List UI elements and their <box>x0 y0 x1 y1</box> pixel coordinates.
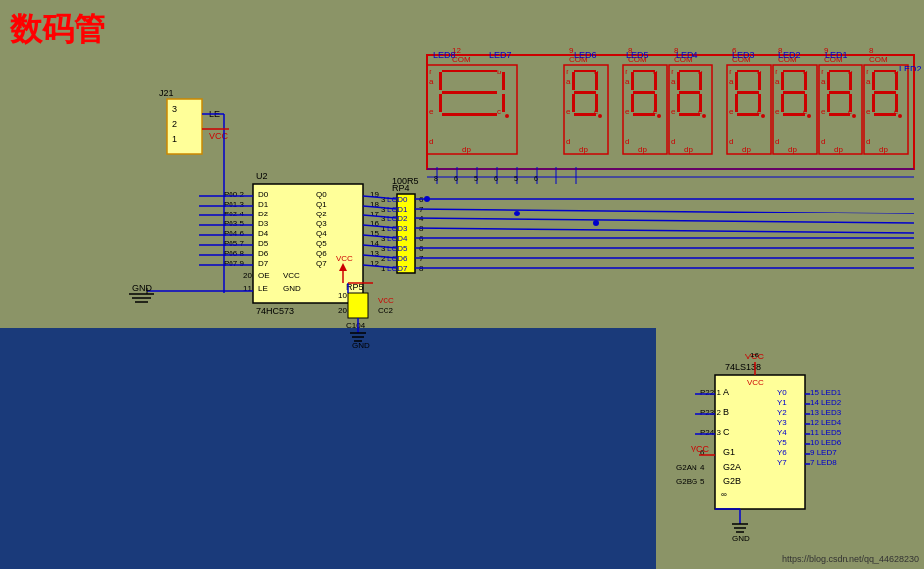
svg-rect-101 <box>654 72 657 90</box>
svg-text:f: f <box>866 68 869 76</box>
svg-rect-33 <box>829 113 850 116</box>
svg-rect-100 <box>631 72 634 90</box>
svg-rect-140 <box>502 94 505 112</box>
svg-text:3: 3 <box>381 244 385 253</box>
svg-rect-104 <box>654 94 657 112</box>
svg-text:74HC573: 74HC573 <box>256 306 294 316</box>
svg-rect-102 <box>633 91 655 94</box>
svg-text:20: 20 <box>243 271 252 280</box>
svg-text:f: f <box>775 68 778 76</box>
svg-text:a: a <box>729 77 734 86</box>
svg-text:3: 3 <box>381 195 385 204</box>
svg-rect-87 <box>679 113 700 116</box>
svg-text:9  LED7: 9 LED7 <box>810 448 837 457</box>
svg-text:f: f <box>729 68 732 76</box>
svg-text:VCC: VCC <box>336 254 353 263</box>
svg-text:D3: D3 <box>258 219 269 228</box>
svg-rect-119 <box>595 72 598 90</box>
svg-text:a: a <box>821 77 826 86</box>
svg-text:f: f <box>821 68 824 76</box>
svg-text:P22  1: P22 1 <box>700 388 721 397</box>
svg-rect-68 <box>758 94 761 112</box>
svg-text:d: d <box>866 137 870 146</box>
svg-rect-118 <box>572 72 575 90</box>
svg-rect-65 <box>758 72 761 90</box>
svg-rect-64 <box>735 72 738 90</box>
svg-text:LCD2: LCD2 <box>387 214 408 223</box>
svg-rect-55 <box>727 65 771 154</box>
svg-text:e: e <box>775 107 780 116</box>
svg-text:LED2: LED2 <box>778 50 801 60</box>
svg-text:e: e <box>866 107 871 116</box>
svg-text:a: a <box>671 77 676 86</box>
svg-text:13  LED3: 13 LED3 <box>810 408 842 417</box>
svg-text:d: d <box>775 137 779 146</box>
svg-rect-85 <box>677 94 680 112</box>
svg-rect-259 <box>348 293 368 318</box>
svg-text:U2: U2 <box>256 171 268 181</box>
svg-rect-29 <box>849 72 852 90</box>
svg-text:dp: dp <box>684 145 693 154</box>
svg-text:GND: GND <box>732 534 750 543</box>
svg-text:e: e <box>429 107 434 116</box>
svg-text:LCD7: LCD7 <box>387 264 408 273</box>
svg-text:d: d <box>671 137 675 146</box>
svg-text:3: 3 <box>381 234 385 243</box>
svg-text:LE: LE <box>258 284 268 293</box>
svg-text:Y5: Y5 <box>777 438 787 447</box>
svg-text:10: 10 <box>338 291 347 300</box>
svg-text:P02  4: P02 4 <box>224 210 244 218</box>
svg-text:P01  3: P01 3 <box>224 200 244 209</box>
svg-text:Y1: Y1 <box>777 398 787 407</box>
svg-text:D7: D7 <box>258 259 269 268</box>
svg-text:2: 2 <box>172 119 177 129</box>
svg-text:11  LED5: 11 LED5 <box>810 428 842 437</box>
svg-rect-28 <box>827 72 830 90</box>
svg-text:1: 1 <box>381 224 385 233</box>
svg-rect-83 <box>699 72 702 90</box>
schematic-diagram: f a e d b c dp COM 8 f a e d b c dp <box>0 0 924 569</box>
svg-text:Q7: Q7 <box>316 259 327 268</box>
svg-text:D5: D5 <box>258 239 269 248</box>
svg-text:LED8: LED8 <box>433 50 456 60</box>
svg-line-249 <box>415 209 914 213</box>
svg-text:a: a <box>566 77 571 86</box>
svg-rect-139 <box>439 94 442 112</box>
svg-rect-91 <box>623 65 667 154</box>
svg-point-70 <box>761 114 765 118</box>
svg-text:c: c <box>497 107 501 116</box>
svg-text:Y6: Y6 <box>777 448 787 457</box>
svg-text:CC2: CC2 <box>378 306 394 315</box>
watermark-text: https://blog.csdn.net/qq_44628230 <box>782 554 919 564</box>
svg-text:Q4: Q4 <box>316 229 327 238</box>
svg-rect-13 <box>872 94 875 112</box>
svg-rect-48 <box>783 91 805 94</box>
svg-rect-67 <box>735 94 738 112</box>
svg-text:Q6: Q6 <box>316 249 327 258</box>
svg-text:D4: D4 <box>258 229 269 238</box>
svg-text:dp: dp <box>834 145 843 154</box>
svg-rect-117 <box>574 70 596 72</box>
svg-text:f: f <box>429 68 432 76</box>
svg-text:e: e <box>821 107 826 116</box>
svg-text:a: a <box>625 77 630 86</box>
svg-text:7  LED8: 7 LED8 <box>810 458 837 467</box>
svg-text:LED3: LED3 <box>732 50 755 60</box>
svg-point-16 <box>898 114 902 118</box>
svg-text:J21: J21 <box>159 88 174 98</box>
svg-text:f: f <box>625 68 628 76</box>
svg-text:LCD0: LCD0 <box>387 195 408 204</box>
svg-line-251 <box>415 228 914 233</box>
svg-text:Y7: Y7 <box>777 458 787 467</box>
svg-text:C104: C104 <box>346 321 366 330</box>
svg-text:D0: D0 <box>258 190 269 199</box>
svg-text:B: B <box>723 407 729 417</box>
svg-rect-27 <box>829 70 850 72</box>
svg-rect-137 <box>502 72 505 90</box>
svg-text:dp: dp <box>638 145 647 154</box>
svg-rect-121 <box>572 94 575 112</box>
svg-rect-19 <box>819 65 862 154</box>
svg-text:Q2: Q2 <box>316 210 327 218</box>
svg-rect-105 <box>633 113 655 116</box>
svg-text:Y4: Y4 <box>777 428 787 437</box>
